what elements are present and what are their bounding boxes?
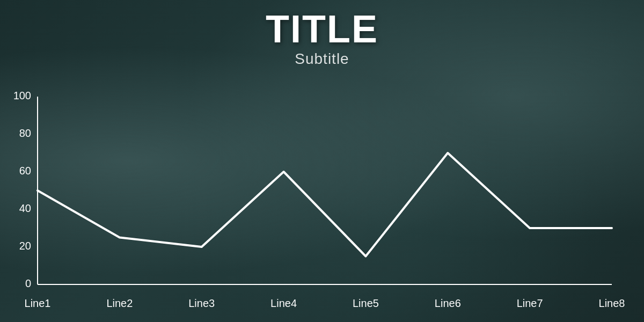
- svg-text:80: 80: [19, 127, 31, 139]
- svg-text:40: 40: [19, 202, 31, 214]
- svg-text:20: 20: [19, 240, 31, 252]
- svg-text:Line6: Line6: [435, 297, 461, 309]
- chart-container: TITLE Subtitle 020406080100Line1Line2Lin…: [0, 0, 644, 322]
- svg-text:Line5: Line5: [353, 297, 379, 309]
- svg-text:0: 0: [25, 277, 31, 289]
- svg-text:Line2: Line2: [106, 297, 133, 309]
- svg-text:Line3: Line3: [188, 297, 215, 309]
- svg-text:60: 60: [19, 165, 31, 177]
- svg-text:Line4: Line4: [270, 297, 297, 309]
- svg-text:100: 100: [13, 90, 31, 101]
- svg-text:Line1: Line1: [25, 297, 51, 309]
- svg-text:Line7: Line7: [517, 297, 543, 309]
- chart-svg: 020406080100Line1Line2Line3Line4Line5Lin…: [0, 0, 644, 322]
- svg-text:Line8: Line8: [599, 297, 625, 309]
